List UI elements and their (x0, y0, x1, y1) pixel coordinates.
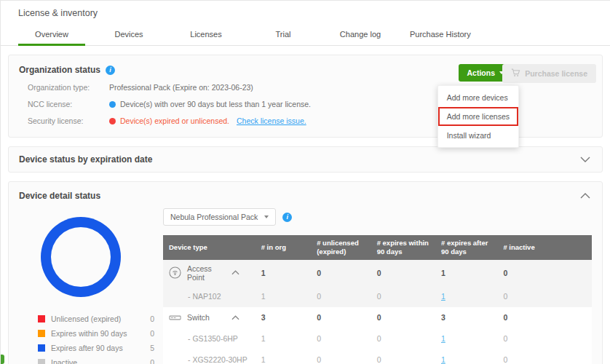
chevron-down-icon[interactable] (579, 155, 592, 164)
device-type-label: Access Point (187, 264, 231, 282)
info-icon[interactable] (106, 66, 115, 75)
tab-devices[interactable]: Devices (95, 26, 162, 45)
expires-after-90-link[interactable]: 1 (441, 292, 445, 301)
device-detail-table: Device type # in org # unlicensed (expir… (163, 235, 592, 364)
check-license-issue-link[interactable]: Check license issue. (237, 116, 306, 125)
table-row: Access Point10010 (163, 260, 592, 286)
menu-item-add-more-devices[interactable]: Add more devices (438, 88, 518, 107)
chart-legend: Unlicensed (expired)0Expires within 90 d… (38, 314, 163, 364)
legend-swatch (38, 359, 45, 364)
table-row: - NAP10210010 (163, 286, 592, 307)
security-license-value: Device(s) expired or unlicensed. (120, 116, 229, 125)
device-type-label: Switch (187, 313, 210, 322)
value-cell: 0 (311, 307, 371, 328)
red-status-dot (109, 118, 116, 124)
device-type-cell: - XGS2220-30HP (163, 349, 256, 364)
device-type-cell: Access Point (163, 260, 256, 286)
access-point-icon (169, 266, 181, 279)
table-row: - XGS2220-30HP10010 (163, 349, 592, 364)
device-detail-status-panel: Device detail status Unlicensed (expired… (8, 181, 603, 364)
legend-item: Expires within 90 days0 (38, 329, 154, 338)
detail-panel-title: Device detail status (19, 191, 100, 201)
chevron-up-icon[interactable] (231, 270, 239, 275)
expiration-status-panel: Device status by expiration date (8, 146, 603, 173)
org-type-value: Professional Pack (Expire on: 2023-06-23… (109, 83, 253, 92)
value-cell: 1 (435, 286, 497, 307)
ncc-license-value: Device(s) with over 90 days but less tha… (120, 100, 311, 108)
table-header-row: Device type # in org # unlicensed (expir… (163, 235, 592, 260)
donut-chart-area: Unlicensed (expired)0Expires within 90 d… (19, 205, 163, 364)
legend-item: Unlicensed (expired)0 (38, 314, 154, 323)
value-cell: 3 (435, 307, 497, 328)
chevron-up-icon[interactable] (579, 191, 592, 200)
legend-swatch (38, 330, 45, 337)
col-unlicensed: # unlicensed (expired) (311, 235, 371, 260)
col-expires-within-90: # expires within 90 days (371, 235, 435, 260)
purchase-license-label: Purchase license (525, 69, 587, 78)
legend-value: 0 (150, 329, 154, 338)
expires-after-90-link[interactable]: 1 (441, 334, 445, 343)
device-type-cell: - GS1350-6HP (163, 328, 256, 349)
tab-purchase-history[interactable]: Purchase History (404, 26, 477, 45)
value-cell: 0 (311, 328, 371, 349)
table-row: Switch30030 (163, 307, 592, 328)
menu-item-install-wizard[interactable]: Install wizard (438, 126, 518, 145)
value-cell: 0 (311, 260, 371, 286)
col-inactive: # inactive (497, 235, 592, 260)
tab-trial[interactable]: Trial (250, 26, 317, 45)
legend-value: 5 (150, 344, 154, 352)
tab-overview[interactable]: Overview (18, 26, 85, 45)
donut-hole (51, 227, 111, 287)
info-icon[interactable] (282, 213, 292, 222)
value-cell: 0 (371, 260, 435, 286)
value-cell: 3 (256, 307, 312, 328)
legend-item: Inactive0 (38, 358, 154, 364)
pack-selector-dropdown[interactable]: Nebula Professional Pack (163, 208, 276, 226)
value-cell: 0 (497, 286, 592, 307)
value-cell: 0 (311, 349, 371, 364)
organization-status-title: Organization status (19, 65, 100, 75)
actions-dropdown-menu: Add more devices Add more licenses Insta… (437, 85, 519, 148)
value-cell: 0 (371, 307, 435, 328)
legend-swatch (38, 344, 45, 352)
tab-bar: Overview Devices Licenses Trial Change l… (1, 26, 610, 46)
corner-widget-sliver[interactable] (1, 355, 4, 364)
value-cell: 0 (497, 328, 592, 349)
tab-licenses[interactable]: Licenses (173, 26, 239, 45)
expires-after-90-link[interactable]: 1 (441, 355, 445, 364)
cart-icon (511, 68, 520, 79)
table-row: - GS1350-6HP10010 (163, 328, 592, 349)
menu-item-add-more-licenses[interactable]: Add more licenses (438, 107, 518, 126)
expiration-panel-title: Device status by expiration date (19, 154, 152, 165)
ncc-license-label: NCC license: (28, 100, 109, 108)
blue-status-dot (109, 101, 116, 108)
chevron-up-icon[interactable] (231, 315, 239, 320)
value-cell: 1 (256, 328, 312, 349)
value-cell: 1 (256, 349, 312, 364)
col-in-org: # in org (256, 235, 312, 260)
pack-selector-value: Nebula Professional Pack (170, 213, 258, 221)
organization-status-panel: Organization status Organization type: P… (8, 55, 603, 138)
page-title: License & inventory (1, 1, 610, 18)
value-cell: 0 (497, 349, 592, 364)
tab-change-log[interactable]: Change log (327, 26, 394, 45)
org-type-label: Organization type: (28, 83, 109, 92)
switch-icon (169, 314, 181, 322)
legend-label: Expires after 90 days (51, 344, 150, 352)
legend-label: Expires within 90 days (51, 329, 150, 338)
value-cell: 1 (435, 328, 497, 349)
value-cell: 1 (256, 286, 312, 307)
device-type-cell: Switch (163, 307, 256, 328)
purchase-license-button: Purchase license (502, 64, 596, 83)
value-cell: 1 (435, 349, 497, 364)
actions-button-label: Actions (467, 68, 495, 77)
col-expires-after-90: # expires after 90 days (435, 235, 497, 260)
legend-value: 0 (150, 358, 154, 364)
value-cell: 1 (256, 260, 312, 286)
device-model-label: - GS1350-6HP (169, 334, 238, 343)
col-device-type: Device type (163, 235, 256, 260)
value-cell: 1 (435, 260, 497, 286)
value-cell: 0 (371, 349, 435, 364)
device-model-label: - NAP102 (169, 292, 221, 301)
security-license-label: Security license: (28, 116, 109, 125)
